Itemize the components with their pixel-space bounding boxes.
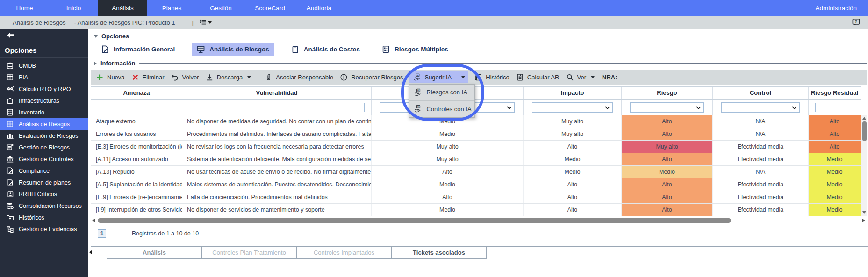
list-menu-icon [199, 18, 207, 26]
sidebar-item-rrhh-criticos[interactable]: RRHH Críticos [0, 188, 88, 200]
tab-analisis-de-riesgos[interactable]: Análisis de Riesgos [192, 43, 274, 56]
horizontal-scroll-thumb[interactable] [98, 218, 731, 223]
help-icon[interactable]: ? [852, 18, 861, 28]
button-label: Ver [577, 74, 587, 81]
dropdown-caret[interactable] [457, 76, 465, 78]
back-arrow-icon [6, 31, 15, 40]
filter-impacto-select[interactable] [532, 102, 613, 113]
sidebar-item-historicos[interactable]: Históricos [0, 212, 88, 223]
table-row[interactable]: [A.13] RepudioNo usar técnicas de acuse … [91, 166, 867, 178]
nav-item-inicio[interactable]: Inicio [49, 0, 98, 16]
historico-button[interactable]: Histórico [474, 73, 509, 81]
sidebar-collapse-button[interactable] [0, 29, 88, 43]
cell-vulnerabilidad: Sistema de autenticación deficiente. Mal… [182, 153, 372, 165]
sidebar-item-consolidacion-recursos[interactable]: Consolidación Recursos [0, 200, 88, 212]
button-label: Volver [182, 74, 199, 81]
column-header-control[interactable]: Control [713, 87, 809, 99]
table-row[interactable]: [E.9] Errores de [re-]encaminamientoFalt… [91, 191, 867, 204]
cell-impacto: Medio [524, 153, 622, 165]
bottom-tab-tickets-asociados[interactable]: Tickets asociados [392, 247, 487, 259]
calcular-ar-button[interactable]: Calcular AR [516, 73, 560, 81]
cell-riesgo: Medio [622, 166, 713, 178]
vertical-scroll-thumb[interactable] [862, 121, 867, 141]
column-header-amenaza[interactable]: Amenaza [91, 87, 182, 99]
filter-vulnerabilidad-input[interactable] [189, 103, 365, 112]
column-header-riesgo[interactable]: Riesgo [622, 87, 713, 99]
bottom-tab-controles-implantados[interactable]: Controles Implantados [297, 247, 392, 259]
scroll-down-icon[interactable] [862, 211, 866, 214]
table-row[interactable]: Ataque externoNo disponer de medidas de … [91, 115, 867, 128]
collapse-right-icon[interactable] [94, 62, 97, 65]
table-row[interactable]: [I.9] Interrupción de otros Servicios y … [91, 204, 867, 216]
nueva-button[interactable]: Nueva [96, 73, 125, 81]
horizontal-scrollbar[interactable] [91, 217, 867, 224]
tab-label: Riesgos Múltiples [395, 46, 448, 53]
bottom-tab-controles-plan-tratamiento[interactable]: Controles Plan Tratamiento [202, 247, 297, 259]
nav-item-auditoria[interactable]: Auditoria [294, 0, 344, 16]
checklist-icon [381, 45, 390, 54]
filter-riesgo-residual-input[interactable] [815, 103, 854, 112]
column-header-impacto[interactable]: Impacto [524, 87, 622, 99]
scroll-up-icon[interactable] [862, 117, 866, 120]
cell-probabilidad: Muy alto [372, 141, 524, 153]
bottom-tab-analisis[interactable]: Análisis [107, 247, 202, 259]
list-menu-icon[interactable] [199, 18, 207, 28]
nav-item-scorecard[interactable]: ScoreCard [245, 0, 294, 16]
tab-analisis-de-costes[interactable]: Análisis de Costes [286, 43, 365, 56]
app-window: HomeInicioAnálisisPlanesGestiónScoreCard… [0, 0, 868, 277]
button-label: Asociar Responsable [276, 74, 333, 81]
sidebar-item-compliance[interactable]: Compliance [0, 165, 88, 177]
sidebar-item-analisis-de-riesgos[interactable]: Análisis de Riesgos [0, 118, 88, 130]
table-row[interactable]: Errores de los usuariosProcedimientos ma… [91, 128, 867, 141]
sidebar-item-label: Infraestructuras [19, 98, 59, 104]
scroll-right-icon[interactable] [862, 219, 865, 222]
horizontal-scroll-track[interactable] [98, 218, 860, 223]
sidebar-item-gestion-de-controles[interactable]: Gestión de Controles [0, 153, 88, 165]
column-header-riesgo-residual[interactable]: Riesgo Residual [809, 87, 861, 99]
ver-button[interactable]: Ver [566, 73, 595, 81]
menu-item-riesgos-con-ia[interactable]: AIRiesgos con IA [409, 85, 474, 101]
vertical-scrollbar[interactable] [861, 115, 867, 216]
sidebar-item-gestion-de-riesgos[interactable]: Gestión de Riesgos [0, 142, 88, 153]
filter-riesgo-select[interactable] [630, 102, 704, 113]
nav-item-gestion[interactable]: Gestión [196, 0, 245, 16]
volver-button[interactable]: Volver [171, 73, 199, 81]
breadcrumb-pipe: | [192, 19, 194, 26]
recuperar-riesgos-button[interactable]: Recuperar Riesgos [340, 73, 403, 81]
monitor-icon [196, 45, 205, 54]
filter-amenaza-input[interactable] [98, 103, 175, 112]
collapse-left-icon[interactable] [89, 250, 92, 255]
sidebar-item-infraestructuras[interactable]: Infraestructuras [0, 95, 88, 107]
descarga-button[interactable]: Descarga [206, 73, 251, 81]
eliminar-button[interactable]: Eliminar [131, 73, 165, 81]
sidebar-item-gestion-de-evidencias[interactable]: Gestión de Evidencias [0, 223, 88, 235]
scroll-left-icon[interactable] [92, 219, 95, 222]
sidebar-item-inventario[interactable]: Inventario [0, 107, 88, 118]
breadcrumb-section: Análisis de Riesgos [13, 19, 65, 26]
sidebar-item-cmdb[interactable]: CMDB [0, 60, 88, 71]
nav-item-administracion[interactable]: Administración [815, 0, 868, 16]
risk-level-badge: Medio [809, 191, 861, 203]
table-row[interactable]: [A.11] Acceso no autorizadoSistema de au… [91, 153, 867, 166]
sugerir-ia-button[interactable]: AISugerir IA [409, 71, 468, 83]
doc-edit-icon [6, 167, 14, 175]
menu-item-controles-con-ia[interactable]: AIControles con IA [409, 101, 474, 117]
asociar-responsable-button[interactable]: Asociar Responsable [265, 73, 333, 81]
page-number-button[interactable]: 1 [98, 229, 106, 238]
nav-item-home[interactable]: Home [0, 0, 49, 16]
table-row[interactable]: [E.3] Errores de monitorización (log)No … [91, 141, 867, 153]
collapse-down-icon[interactable] [94, 35, 98, 38]
sidebar-item-resumen-de-planes[interactable]: Resumen de planes [0, 177, 88, 188]
table-row[interactable]: [A.5] Suplantación de la identidad del u… [91, 178, 867, 191]
sidebar-item-bia[interactable]: BIA [0, 71, 88, 83]
tab-informacion-general[interactable]: Información General [96, 43, 179, 56]
chevron-down-icon [696, 105, 701, 109]
tab-riesgos-multiples[interactable]: Riesgos Múltiples [377, 43, 453, 56]
column-header-vulnerabilidad[interactable]: Vulnerabilidad [182, 87, 372, 99]
nav-item-analisis[interactable]: Análisis [98, 0, 147, 16]
sidebar-item-calculo-rto-y-rpo[interactable]: Cálculo RTO y RPO [0, 83, 88, 95]
sidebar-item-evaluacion-de-riesgos[interactable]: Evaluación de Riesgos [0, 130, 88, 142]
filter-control-select[interactable] [721, 102, 800, 113]
risk-level-badge: Alto [809, 115, 861, 128]
nav-item-planes[interactable]: Planes [147, 0, 196, 16]
